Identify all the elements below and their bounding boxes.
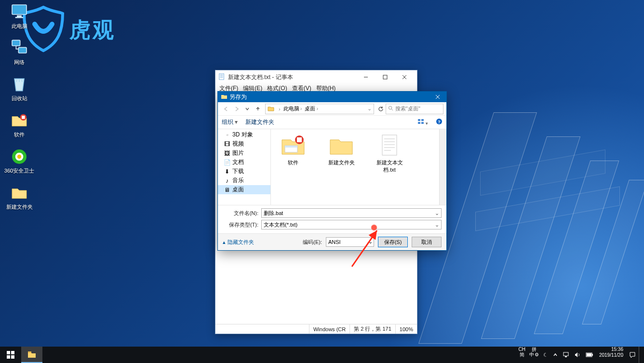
svg-rect-15 [383, 75, 387, 79]
saveas-nav-tree[interactable]: ▫️3D 对象 🎞视频 🖼图片 📄文档 ⬇下载 ♪音乐 🖥桌面 [218, 129, 271, 205]
action-center-icon[interactable] [627, 347, 638, 363]
nav-up-button[interactable] [253, 104, 263, 114]
pictures-icon: 🖼 [224, 150, 230, 157]
organize-button[interactable]: 组织 ▾ [222, 118, 238, 126]
volume-tray-icon[interactable] [572, 347, 583, 363]
desktop-icon-label: 回收站 [12, 95, 27, 102]
breadcrumb-root[interactable]: › [275, 106, 282, 112]
cancel-button[interactable]: 取消 [412, 237, 442, 247]
nav-desktop[interactable]: 🖥桌面 [218, 185, 270, 194]
ime-indicator-1[interactable]: CH简 [517, 347, 526, 363]
svg-rect-0 [12, 5, 27, 14]
minimize-button[interactable] [356, 70, 376, 84]
save-button[interactable]: 保存(S) [378, 237, 408, 247]
network-icon [9, 39, 30, 58]
svg-rect-10 [219, 73, 224, 79]
breadcrumb-desktop[interactable]: 桌面› [304, 105, 319, 112]
filename-input[interactable]: 删除.bat ⌄ [261, 208, 442, 218]
saveas-folder-icon [221, 94, 228, 101]
filename-dropdown-icon[interactable]: ⌄ [433, 210, 440, 216]
battery-tray-icon[interactable] [584, 347, 595, 363]
desktop-icon-network[interactable]: 网络 [2, 39, 36, 66]
new-folder-button[interactable]: 新建文件夹 [245, 118, 274, 126]
start-button[interactable] [0, 347, 21, 363]
saveas-titlebar[interactable]: 另存为 [218, 92, 446, 102]
svg-rect-3 [12, 40, 20, 46]
night-mode-icon[interactable]: ☾ [541, 347, 550, 363]
nav-recent-button[interactable] [242, 104, 253, 114]
encoding-dropdown-icon[interactable]: ⌄ [368, 239, 373, 245]
taskbar[interactable]: CH简 拼中⚙ ☾ 15:36 2019/11/20 [0, 347, 644, 363]
saveas-toolbar: 组织 ▾ 新建文件夹 ▾ ? [218, 116, 446, 129]
tray-overflow-icon[interactable] [551, 347, 560, 363]
refresh-button[interactable] [376, 104, 386, 114]
status-lineending: Windows (CR [309, 324, 349, 334]
desktop-icon-new-folder[interactable]: 新建文件夹 [2, 183, 36, 211]
nav-back-button[interactable] [221, 104, 231, 114]
desktop-icon-label: 网络 [14, 59, 25, 66]
file-item-label: 新建文本文档.txt [371, 159, 408, 174]
svg-rect-40 [11, 351, 14, 354]
clock-time: 15:36 [611, 347, 623, 352]
breadcrumb[interactable]: › 此电脑› 桌面› ⌄ [265, 104, 374, 114]
desktop-icon-recycle-bin[interactable]: 回收站 [2, 75, 36, 102]
saveas-field-area: 文件名(N): 删除.bat ⌄ 保存类型(T): 文本文档(*.txt) ⌄ [218, 205, 446, 233]
svg-rect-1 [17, 15, 22, 17]
file-item-textfile[interactable]: 新建文本文档.txt [371, 133, 408, 174]
view-options-button[interactable]: ▾ [417, 118, 428, 126]
encoding-select[interactable]: ANSI ⌄ [326, 237, 374, 247]
svg-rect-32 [382, 135, 397, 155]
nav-music[interactable]: ♪音乐 [218, 176, 270, 185]
documents-icon: 📄 [224, 159, 230, 166]
nav-pictures[interactable]: 🖼图片 [218, 148, 270, 158]
svg-rect-25 [421, 122, 424, 124]
hide-folders-toggle[interactable]: ▴ 隐藏文件夹 [223, 239, 254, 246]
downloads-icon: ⬇ [224, 168, 230, 175]
network-tray-icon[interactable] [561, 347, 571, 363]
breadcrumb-dropdown-icon[interactable]: ⌄ [367, 106, 372, 112]
svg-line-21 [391, 109, 393, 110]
maximize-button[interactable] [376, 70, 395, 84]
notepad-titlebar[interactable]: 新建文本文档.txt - 记事本 [215, 70, 417, 84]
file-item-new-folder[interactable]: 新建文件夹 [323, 133, 360, 166]
svg-rect-48 [587, 353, 591, 356]
show-desktop-button[interactable] [639, 347, 643, 363]
saveas-file-pane[interactable]: 软件 新建文件夹 新建文本文档.txt [271, 129, 446, 205]
ime-indicator-2[interactable]: 拼中⚙ [528, 347, 540, 363]
taskbar-clock[interactable]: 15:36 2019/11/20 [596, 347, 626, 363]
status-position: 第 2 行，第 171 [349, 324, 395, 334]
search-input[interactable]: 搜索"桌面" [386, 104, 443, 114]
filetype-dropdown-icon[interactable]: ⌄ [433, 221, 440, 228]
recycle-bin-icon [9, 75, 30, 94]
svg-rect-24 [418, 122, 420, 124]
desktop-icon-360[interactable]: 360安全卫士 [2, 147, 36, 175]
help-button[interactable]: ? [436, 118, 443, 126]
nav-forward-button[interactable] [231, 104, 242, 114]
svg-rect-4 [18, 47, 27, 53]
breadcrumb-this-pc[interactable]: 此电脑› [282, 105, 303, 112]
close-button[interactable] [395, 70, 414, 84]
music-icon: ♪ [224, 177, 230, 184]
encoding-value: ANSI [328, 239, 341, 245]
svg-rect-22 [418, 119, 420, 121]
file-item-software[interactable]: 软件 [275, 133, 311, 166]
svg-rect-45 [565, 356, 567, 357]
notepad-icon [218, 73, 225, 81]
desktop-icon-this-pc[interactable]: 此电脑 [2, 2, 36, 30]
nav-videos[interactable]: 🎞视频 [218, 139, 270, 148]
svg-rect-47 [592, 354, 593, 356]
desktop-icon-software[interactable]: 软件 [2, 111, 36, 138]
textfile-icon [376, 133, 402, 157]
saveas-address-bar: › 此电脑› 桌面› ⌄ 搜索"桌面" [218, 102, 446, 116]
desktop-icon-grid: 此电脑 网络 回收站 软件 360安全卫士 新建文件夹 [2, 2, 36, 211]
folder-icon [9, 183, 30, 202]
saveas-close-button[interactable] [429, 92, 446, 102]
save-as-dialog[interactable]: 另存为 › 此电脑› 桌面› ⌄ 搜索"桌面" 组织 ▾ 新建文件夹 ▾ ? [217, 91, 447, 251]
filetype-select[interactable]: 文本文档(*.txt) ⌄ [261, 220, 442, 229]
svg-rect-42 [11, 355, 14, 359]
taskbar-file-explorer[interactable] [21, 347, 42, 363]
search-icon [388, 106, 393, 112]
nav-3d-objects[interactable]: ▫️3D 对象 [218, 130, 270, 139]
nav-documents[interactable]: 📄文档 [218, 158, 270, 167]
nav-downloads[interactable]: ⬇下载 [218, 167, 270, 176]
